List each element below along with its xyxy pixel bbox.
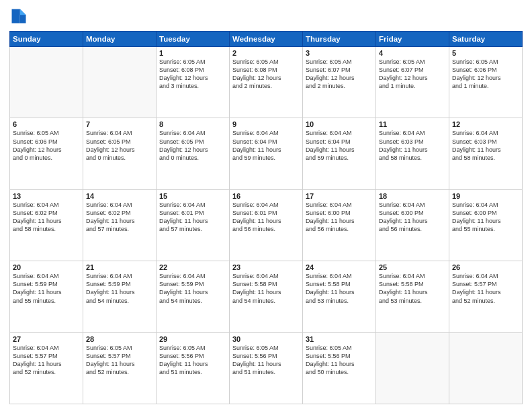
calendar-cell: 8Sunrise: 6:04 AM Sunset: 6:05 PM Daylig… bbox=[157, 118, 230, 189]
day-detail: Sunrise: 6:04 AM Sunset: 5:59 PM Dayligh… bbox=[86, 272, 153, 305]
day-detail: Sunrise: 6:05 AM Sunset: 6:08 PM Dayligh… bbox=[232, 58, 300, 91]
calendar-cell: 27Sunrise: 6:04 AM Sunset: 5:57 PM Dayli… bbox=[10, 332, 83, 404]
day-detail: Sunrise: 6:04 AM Sunset: 6:02 PM Dayligh… bbox=[86, 201, 153, 234]
day-detail: Sunrise: 6:05 AM Sunset: 6:06 PM Dayligh… bbox=[13, 129, 80, 162]
day-number: 30 bbox=[232, 335, 300, 343]
day-number: 24 bbox=[306, 263, 373, 271]
day-number: 2 bbox=[232, 49, 300, 57]
logo-icon bbox=[9, 7, 28, 26]
day-detail: Sunrise: 6:05 AM Sunset: 5:57 PM Dayligh… bbox=[86, 344, 153, 377]
calendar-cell: 2Sunrise: 6:05 AM Sunset: 6:08 PM Daylig… bbox=[230, 47, 303, 118]
calendar: SundayMondayTuesdayWednesdayThursdayFrid… bbox=[9, 31, 523, 404]
weekday-header: Tuesday bbox=[157, 32, 230, 47]
day-detail: Sunrise: 6:05 AM Sunset: 5:56 PM Dayligh… bbox=[159, 344, 226, 377]
calendar-cell: 30Sunrise: 6:05 AM Sunset: 5:56 PM Dayli… bbox=[230, 332, 303, 404]
calendar-cell: 29Sunrise: 6:05 AM Sunset: 5:56 PM Dayli… bbox=[157, 332, 230, 404]
day-number: 14 bbox=[86, 192, 153, 200]
calendar-week-row: 1Sunrise: 6:05 AM Sunset: 6:08 PM Daylig… bbox=[10, 47, 523, 118]
calendar-cell: 24Sunrise: 6:04 AM Sunset: 5:58 PM Dayli… bbox=[303, 261, 376, 332]
svg-rect-3 bbox=[12, 9, 20, 24]
calendar-cell: 9Sunrise: 6:04 AM Sunset: 6:04 PM Daylig… bbox=[230, 118, 303, 189]
calendar-cell: 28Sunrise: 6:05 AM Sunset: 5:57 PM Dayli… bbox=[83, 332, 157, 404]
weekday-header: Sunday bbox=[10, 32, 83, 47]
day-detail: Sunrise: 6:04 AM Sunset: 6:03 PM Dayligh… bbox=[452, 129, 519, 162]
calendar-cell: 11Sunrise: 6:04 AM Sunset: 6:03 PM Dayli… bbox=[376, 118, 449, 189]
calendar-cell: 21Sunrise: 6:04 AM Sunset: 5:59 PM Dayli… bbox=[83, 261, 157, 332]
calendar-cell: 3Sunrise: 6:05 AM Sunset: 6:07 PM Daylig… bbox=[303, 47, 376, 118]
calendar-cell bbox=[10, 47, 83, 118]
header bbox=[9, 7, 523, 26]
weekday-header: Saturday bbox=[449, 32, 523, 47]
day-number: 19 bbox=[452, 192, 519, 200]
calendar-cell: 25Sunrise: 6:04 AM Sunset: 5:58 PM Dayli… bbox=[376, 261, 449, 332]
day-detail: Sunrise: 6:04 AM Sunset: 5:57 PM Dayligh… bbox=[452, 272, 519, 305]
day-detail: Sunrise: 6:04 AM Sunset: 6:00 PM Dayligh… bbox=[452, 201, 519, 234]
calendar-cell bbox=[83, 47, 157, 118]
weekday-header: Wednesday bbox=[230, 32, 303, 47]
day-detail: Sunrise: 6:05 AM Sunset: 6:08 PM Dayligh… bbox=[159, 58, 226, 91]
calendar-cell: 20Sunrise: 6:04 AM Sunset: 5:59 PM Dayli… bbox=[10, 261, 83, 332]
day-detail: Sunrise: 6:04 AM Sunset: 6:01 PM Dayligh… bbox=[159, 201, 226, 234]
calendar-cell: 14Sunrise: 6:04 AM Sunset: 6:02 PM Dayli… bbox=[83, 189, 157, 261]
day-number: 22 bbox=[159, 263, 226, 271]
day-detail: Sunrise: 6:04 AM Sunset: 5:58 PM Dayligh… bbox=[232, 272, 300, 305]
day-number: 23 bbox=[232, 263, 300, 271]
day-number: 12 bbox=[452, 120, 519, 128]
day-number: 8 bbox=[159, 120, 226, 128]
calendar-cell: 22Sunrise: 6:04 AM Sunset: 5:59 PM Dayli… bbox=[157, 261, 230, 332]
day-number: 4 bbox=[379, 49, 446, 57]
day-number: 27 bbox=[13, 335, 80, 343]
calendar-cell: 19Sunrise: 6:04 AM Sunset: 6:00 PM Dayli… bbox=[449, 189, 523, 261]
calendar-cell: 13Sunrise: 6:04 AM Sunset: 6:02 PM Dayli… bbox=[10, 189, 83, 261]
day-detail: Sunrise: 6:04 AM Sunset: 5:59 PM Dayligh… bbox=[13, 272, 80, 305]
day-number: 20 bbox=[13, 263, 80, 271]
calendar-week-row: 13Sunrise: 6:04 AM Sunset: 6:02 PM Dayli… bbox=[10, 189, 523, 261]
weekday-header-row: SundayMondayTuesdayWednesdayThursdayFrid… bbox=[10, 32, 523, 47]
day-number: 21 bbox=[86, 263, 153, 271]
day-number: 31 bbox=[306, 335, 373, 343]
calendar-cell: 18Sunrise: 6:04 AM Sunset: 6:00 PM Dayli… bbox=[376, 189, 449, 261]
day-number: 1 bbox=[159, 49, 226, 57]
day-detail: Sunrise: 6:05 AM Sunset: 6:07 PM Dayligh… bbox=[379, 58, 446, 91]
calendar-cell: 4Sunrise: 6:05 AM Sunset: 6:07 PM Daylig… bbox=[376, 47, 449, 118]
day-detail: Sunrise: 6:04 AM Sunset: 6:00 PM Dayligh… bbox=[306, 201, 373, 234]
day-number: 15 bbox=[159, 192, 226, 200]
day-number: 11 bbox=[379, 120, 446, 128]
day-number: 13 bbox=[13, 192, 80, 200]
calendar-cell: 7Sunrise: 6:04 AM Sunset: 6:05 PM Daylig… bbox=[83, 118, 157, 189]
day-detail: Sunrise: 6:04 AM Sunset: 5:57 PM Dayligh… bbox=[13, 344, 80, 377]
day-detail: Sunrise: 6:04 AM Sunset: 6:04 PM Dayligh… bbox=[232, 129, 300, 162]
day-number: 10 bbox=[306, 120, 373, 128]
day-number: 28 bbox=[86, 335, 153, 343]
day-detail: Sunrise: 6:05 AM Sunset: 5:56 PM Dayligh… bbox=[232, 344, 300, 377]
calendar-cell: 6Sunrise: 6:05 AM Sunset: 6:06 PM Daylig… bbox=[10, 118, 83, 189]
page: SundayMondayTuesdayWednesdayThursdayFrid… bbox=[0, 0, 532, 411]
day-number: 26 bbox=[452, 263, 519, 271]
calendar-cell: 31Sunrise: 6:05 AM Sunset: 5:56 PM Dayli… bbox=[303, 332, 376, 404]
day-number: 25 bbox=[379, 263, 446, 271]
day-detail: Sunrise: 6:05 AM Sunset: 6:06 PM Dayligh… bbox=[452, 58, 519, 91]
day-detail: Sunrise: 6:05 AM Sunset: 5:56 PM Dayligh… bbox=[306, 344, 373, 377]
day-detail: Sunrise: 6:04 AM Sunset: 5:58 PM Dayligh… bbox=[379, 272, 446, 305]
day-number: 7 bbox=[86, 120, 153, 128]
day-number: 3 bbox=[306, 49, 373, 57]
calendar-cell: 15Sunrise: 6:04 AM Sunset: 6:01 PM Dayli… bbox=[157, 189, 230, 261]
day-detail: Sunrise: 6:04 AM Sunset: 6:03 PM Dayligh… bbox=[379, 129, 446, 162]
day-detail: Sunrise: 6:04 AM Sunset: 6:02 PM Dayligh… bbox=[13, 201, 80, 234]
day-number: 9 bbox=[232, 120, 300, 128]
calendar-week-row: 27Sunrise: 6:04 AM Sunset: 5:57 PM Dayli… bbox=[10, 332, 523, 404]
day-detail: Sunrise: 6:04 AM Sunset: 5:59 PM Dayligh… bbox=[159, 272, 226, 305]
calendar-cell: 26Sunrise: 6:04 AM Sunset: 5:57 PM Dayli… bbox=[449, 261, 523, 332]
day-detail: Sunrise: 6:04 AM Sunset: 6:04 PM Dayligh… bbox=[306, 129, 373, 162]
day-number: 18 bbox=[379, 192, 446, 200]
calendar-week-row: 20Sunrise: 6:04 AM Sunset: 5:59 PM Dayli… bbox=[10, 261, 523, 332]
calendar-cell bbox=[449, 332, 523, 404]
calendar-cell bbox=[376, 332, 449, 404]
calendar-cell: 23Sunrise: 6:04 AM Sunset: 5:58 PM Dayli… bbox=[230, 261, 303, 332]
weekday-header: Thursday bbox=[303, 32, 376, 47]
weekday-header: Monday bbox=[83, 32, 157, 47]
day-number: 17 bbox=[306, 192, 373, 200]
calendar-week-row: 6Sunrise: 6:05 AM Sunset: 6:06 PM Daylig… bbox=[10, 118, 523, 189]
day-number: 5 bbox=[452, 49, 519, 57]
logo bbox=[9, 7, 30, 26]
